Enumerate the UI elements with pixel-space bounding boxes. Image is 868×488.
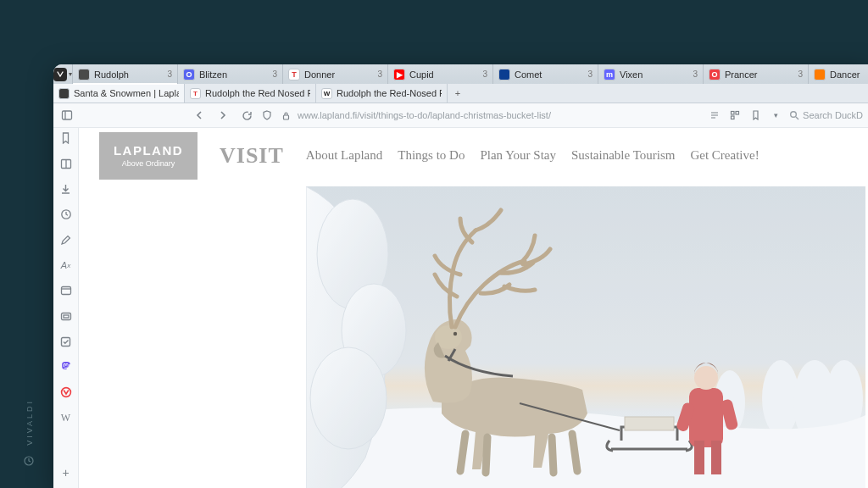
tab-stack-count: 3 <box>167 69 172 79</box>
wikipedia-panel-icon[interactable]: W <box>59 411 73 424</box>
tab[interactable]: TRudolph the Red Nosed Rei <box>185 84 316 103</box>
site-logo[interactable]: LAPLAND Above Ordinary <box>99 132 198 180</box>
tab-stack-count: 3 <box>693 69 698 79</box>
forward-button[interactable] <box>216 108 230 122</box>
site-menu: About LaplandThings to DoPlan Your StayS… <box>306 148 760 163</box>
window-panel-icon[interactable] <box>59 284 73 297</box>
vivaldi-menu-button[interactable]: ▾ <box>53 64 73 84</box>
url-box[interactable]: www.lapland.fi/visit/things-to-do/laplan… <box>260 108 701 122</box>
search-box[interactable]: Search DuckD <box>789 110 863 120</box>
reader-icon[interactable] <box>708 108 721 122</box>
mastodon-panel-icon[interactable] <box>59 360 73 374</box>
tab-stack[interactable]: mVixen3 <box>598 64 704 84</box>
site-menu-item[interactable]: Get Creative! <box>690 148 759 163</box>
reading-list-panel-icon[interactable] <box>59 157 73 170</box>
tab-stack[interactable]: ▶Cupid3 <box>388 64 493 84</box>
tab[interactable]: Santa & Snowmen | Laplanc <box>53 84 185 103</box>
qr-icon[interactable] <box>728 108 742 122</box>
svg-line-32 <box>460 434 465 471</box>
tab-stack-count: 3 <box>377 69 382 79</box>
favicon: O <box>709 69 721 80</box>
chevron-down-icon[interactable]: ▾ <box>769 108 782 122</box>
site-menu-item[interactable]: Things to Do <box>398 148 465 163</box>
bookmarks-panel-icon[interactable] <box>59 131 73 145</box>
favicon: W <box>321 88 332 99</box>
svg-line-33 <box>486 437 487 473</box>
svg-rect-18 <box>64 315 69 318</box>
favicon: T <box>288 69 300 80</box>
favicon: ▶ <box>393 69 405 80</box>
back-button[interactable] <box>192 108 206 122</box>
panel-toggle-icon[interactable] <box>58 108 75 122</box>
svg-line-11 <box>796 117 798 119</box>
tab-stack[interactable]: Comet3 <box>493 64 598 84</box>
site-menu-item[interactable]: Plan Your Stay <box>480 148 556 163</box>
tab-stack-label: Cupid <box>409 69 478 80</box>
svg-line-34 <box>552 437 554 473</box>
tab-label: Rudolph the Red Nosed Rei <box>205 88 310 98</box>
svg-point-20 <box>61 388 70 397</box>
tab[interactable]: WRudolph the Red-Nosed Rei <box>316 84 448 103</box>
tab-stack-count: 3 <box>587 69 593 79</box>
svg-point-28 <box>310 347 387 449</box>
favicon <box>814 69 826 80</box>
svg-rect-19 <box>62 337 70 346</box>
address-bar: www.lapland.fi/visit/things-to-do/laplan… <box>53 103 868 128</box>
tab-stack-label: Rudolph <box>94 69 163 80</box>
tab-label: Santa & Snowmen | Laplanc <box>74 88 179 98</box>
favicon <box>78 69 90 80</box>
webpage-content: LAPLAND Above Ordinary VISIT About Lapla… <box>79 128 868 488</box>
bookmark-icon[interactable] <box>748 108 762 122</box>
search-icon <box>789 110 799 120</box>
svg-line-35 <box>572 434 577 471</box>
side-panel: Ax W + <box>53 128 79 488</box>
tab-stack[interactable]: Rudolph3 <box>73 64 178 84</box>
browser-window: ▾ Rudolph3OBlitzen3TDonner3▶Cupid3Comet3… <box>53 64 868 488</box>
favicon <box>58 88 70 99</box>
shield-icon <box>260 108 274 122</box>
favicon: T <box>190 88 201 99</box>
notes-panel-icon[interactable] <box>59 233 73 247</box>
favicon: O <box>183 69 195 80</box>
svg-rect-3 <box>283 115 288 119</box>
favicon: m <box>604 69 615 80</box>
tab-stack[interactable]: Dancer4 <box>809 64 868 84</box>
new-tab-button[interactable]: + <box>448 84 468 103</box>
tab-stack[interactable]: OPrancer3 <box>704 64 809 84</box>
reload-button[interactable] <box>240 108 253 122</box>
brand-line2: Above Ordinary <box>122 159 175 168</box>
site-menu-item[interactable]: About Lapland <box>306 148 382 163</box>
tab-label: Rudolph the Red-Nosed Rei <box>337 88 442 98</box>
svg-rect-17 <box>61 313 70 320</box>
add-panel-button[interactable]: + <box>59 466 73 480</box>
downloads-panel-icon[interactable] <box>59 182 73 196</box>
tab-stack-label: Prancer <box>725 69 793 80</box>
svg-point-39 <box>694 366 718 390</box>
tab-stack-count: 3 <box>482 69 487 79</box>
url-text: www.lapland.fi/visit/things-to-do/laplan… <box>298 110 551 120</box>
tab-stack[interactable]: TDonner3 <box>283 64 388 84</box>
tabs-panel-icon[interactable] <box>59 309 73 323</box>
tab-stack-strip: ▾ Rudolph3OBlitzen3TDonner3▶Cupid3Comet3… <box>53 64 868 84</box>
favicon <box>498 69 510 80</box>
tab-stack-label: Dancer <box>830 69 868 80</box>
tab-stack[interactable]: OBlitzen3 <box>178 64 283 84</box>
vivaldi-social-panel-icon[interactable] <box>59 385 73 399</box>
tab-stack-label: Comet <box>515 69 583 80</box>
svg-rect-36 <box>689 388 723 447</box>
svg-rect-37 <box>694 441 704 474</box>
vivaldi-status-icon <box>24 454 34 464</box>
history-panel-icon[interactable] <box>59 208 73 221</box>
search-placeholder: Search DuckD <box>803 110 863 120</box>
translate-panel-icon[interactable]: Ax <box>59 258 73 272</box>
lock-icon <box>279 108 292 122</box>
tab-stack-count: 3 <box>798 69 803 79</box>
tab-strip: Santa & Snowmen | LaplancTRudolph the Re… <box>53 84 868 103</box>
hero-image <box>306 186 865 488</box>
brand-line1: LAPLAND <box>114 143 183 158</box>
tab-stack-label: Blitzen <box>199 69 268 80</box>
vivaldi-logo-icon <box>53 68 67 81</box>
site-menu-item[interactable]: Sustainable Tourism <box>571 148 675 163</box>
svg-rect-38 <box>711 441 721 474</box>
tasks-panel-icon[interactable] <box>59 335 73 348</box>
